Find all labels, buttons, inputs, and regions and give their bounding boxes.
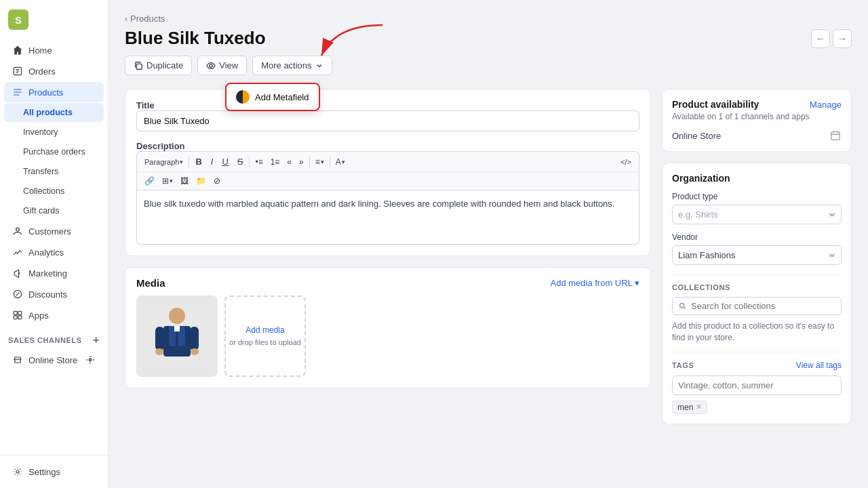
indent-left-btn[interactable]: « <box>283 155 295 169</box>
breadcrumb: ‹ Products <box>125 14 852 24</box>
text-color-btn[interactable]: A▾ <box>332 155 349 169</box>
product-type-select[interactable]: e.g. Shirts <box>672 205 842 224</box>
collections-search-box[interactable] <box>672 297 842 315</box>
sidebar-item-products[interactable]: Products <box>4 82 104 102</box>
vendor-group: Vendor Liam Fashions <box>672 232 842 265</box>
page-header: Blue Silk Tuxedo ← → <box>125 28 852 49</box>
bold-btn[interactable]: B <box>191 155 205 169</box>
nav-next-button[interactable]: → <box>833 29 852 48</box>
svg-point-8 <box>16 470 19 473</box>
collections-hint: Add this product to a collection so it's… <box>672 321 842 344</box>
sidebar-item-customers-label: Customers <box>28 226 71 237</box>
collections-search-input[interactable] <box>691 301 835 311</box>
add-media-url-link[interactable]: Add media from URL ▾ <box>550 278 639 288</box>
vendor-value: Liam Fashions <box>678 250 736 260</box>
orders-icon <box>12 66 23 77</box>
media-card: Media Add media from URL ▾ <box>125 267 651 388</box>
file-btn[interactable]: 📁 <box>193 174 210 188</box>
paragraph-style-btn[interactable]: Paragraph ▾ <box>141 156 186 168</box>
view-all-tags-link[interactable]: View all tags <box>796 361 842 370</box>
description-content: Blue silk tuxedo with marbled aquatic pa… <box>144 199 614 209</box>
align-btn[interactable]: ≡▾ <box>312 155 328 169</box>
sidebar-item-collections-label: Collections <box>23 186 64 196</box>
tags-input[interactable] <box>672 375 842 395</box>
calendar-icon[interactable] <box>829 129 842 142</box>
svg-point-21 <box>191 348 199 355</box>
collections-search-icon <box>678 302 687 310</box>
numbered-list-btn[interactable]: 1≡ <box>267 155 283 169</box>
toolbar-divider-1 <box>189 157 189 167</box>
tags-chips: men ✕ <box>672 401 842 414</box>
settings-label: Settings <box>28 467 60 477</box>
sidebar-item-analytics[interactable]: Analytics <box>4 242 104 262</box>
svg-rect-19 <box>190 327 199 350</box>
sales-channels-label: SALES CHANNELS + <box>0 326 108 349</box>
duplicate-button[interactable]: Duplicate <box>125 56 192 75</box>
image-btn[interactable]: 🖼 <box>177 174 192 188</box>
italic-btn[interactable]: I <box>207 155 218 169</box>
more-actions-button[interactable]: More actions <box>252 56 332 75</box>
sidebar-item-inventory[interactable]: Inventory <box>4 123 104 142</box>
toolbar-divider-2 <box>249 157 250 167</box>
collections-section: COLLECTIONS Add this product to a collec… <box>672 274 842 344</box>
sidebar-item-gift-cards[interactable]: Gift cards <box>4 201 104 220</box>
main-content: ‹ Products Blue Silk Tuxedo ← → Duplicat… <box>108 0 868 488</box>
sidebar-item-home[interactable]: Home <box>4 40 104 60</box>
add-sales-channel-icon[interactable]: + <box>93 334 100 346</box>
sidebar-item-orders[interactable]: Orders <box>4 61 104 81</box>
vendor-select[interactable]: Liam Fashions <box>672 245 842 265</box>
html-btn[interactable]: </> <box>617 156 635 168</box>
apps-icon <box>12 310 23 321</box>
settings-icon <box>12 466 23 477</box>
view-button[interactable]: View <box>197 56 247 75</box>
breadcrumb-products-link[interactable]: Products <box>130 14 165 24</box>
media-header: Media Add media from URL ▾ <box>125 268 650 296</box>
nav-prev-button[interactable]: ← <box>811 29 830 48</box>
table-btn[interactable]: ⊞▾ <box>159 174 176 188</box>
sidebar-item-collections[interactable]: Collections <box>4 182 104 201</box>
organization-card: Organization Product type e.g. Shirts <box>662 163 852 424</box>
sidebar-item-settings[interactable]: Settings <box>4 462 104 482</box>
tag-chip-men-remove[interactable]: ✕ <box>696 403 702 411</box>
title-description-card: Title Description Paragraph ▾ B I U <box>125 89 651 256</box>
organization-title: Organization <box>672 173 842 184</box>
availability-card: Product availability Manage Available on… <box>662 89 852 152</box>
description-editor[interactable]: Blue silk tuxedo with marbled aquatic pa… <box>136 190 639 245</box>
clear-format-btn[interactable]: ⊘ <box>210 174 224 188</box>
sidebar-item-marketing[interactable]: Marketing <box>4 263 104 283</box>
metafield-icon <box>236 90 250 104</box>
home-icon <box>12 45 23 56</box>
sidebar-item-purchase-orders[interactable]: Purchase orders <box>4 142 104 161</box>
indent-right-btn[interactable]: » <box>296 155 307 169</box>
media-item-1[interactable] <box>136 296 218 377</box>
add-media-label: Add media <box>245 325 284 335</box>
duplicate-label: Duplicate <box>146 60 183 70</box>
link-btn[interactable]: 🔗 <box>141 174 158 188</box>
sidebar-item-discounts-label: Discounts <box>28 289 67 300</box>
analytics-icon <box>12 247 23 258</box>
underline-btn[interactable]: U <box>218 155 232 169</box>
sidebar-bottom: Settings <box>0 455 108 488</box>
sidebar-item-apps[interactable]: Apps <box>4 305 104 325</box>
svg-rect-3 <box>14 311 17 314</box>
bullet-list-btn[interactable]: •≡ <box>252 155 266 169</box>
store-icon <box>12 354 23 365</box>
sidebar-item-customers[interactable]: Customers <box>4 221 104 241</box>
sidebar-item-transfers[interactable]: Transfers <box>4 162 104 181</box>
title-input[interactable] <box>136 110 639 131</box>
vendor-chevron-icon <box>828 251 836 260</box>
vendor-select-wrap: Liam Fashions <box>672 245 842 265</box>
metafield-popup[interactable]: Add Metafield <box>225 83 320 111</box>
svg-point-23 <box>679 303 684 308</box>
sidebar-item-inventory-label: Inventory <box>23 127 58 137</box>
add-media-placeholder[interactable]: Add media or drop files to upload <box>224 296 306 377</box>
strikethrough-btn[interactable]: S <box>233 155 248 169</box>
discounts-icon <box>12 289 23 300</box>
online-store-settings-icon[interactable] <box>85 354 96 365</box>
sidebar-item-online-store[interactable]: Online Store <box>4 350 104 370</box>
add-media-url-label: Add media from URL ▾ <box>550 278 639 288</box>
manage-link[interactable]: Manage <box>810 100 842 110</box>
sidebar-item-all-products[interactable]: All products <box>4 103 104 122</box>
tag-chip-men: men ✕ <box>672 401 707 414</box>
sidebar-item-discounts[interactable]: Discounts <box>4 284 104 304</box>
